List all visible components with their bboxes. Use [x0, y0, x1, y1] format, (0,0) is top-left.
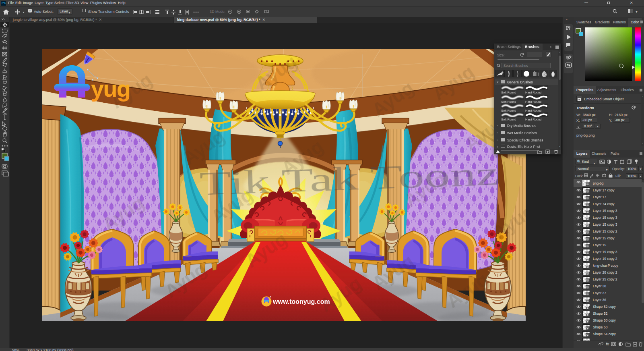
svg-text:fx: fx: [606, 342, 609, 346]
svg-text:www.toonyug.com: www.toonyug.com: [272, 298, 330, 305]
svg-text:yug: yug: [91, 75, 130, 102]
